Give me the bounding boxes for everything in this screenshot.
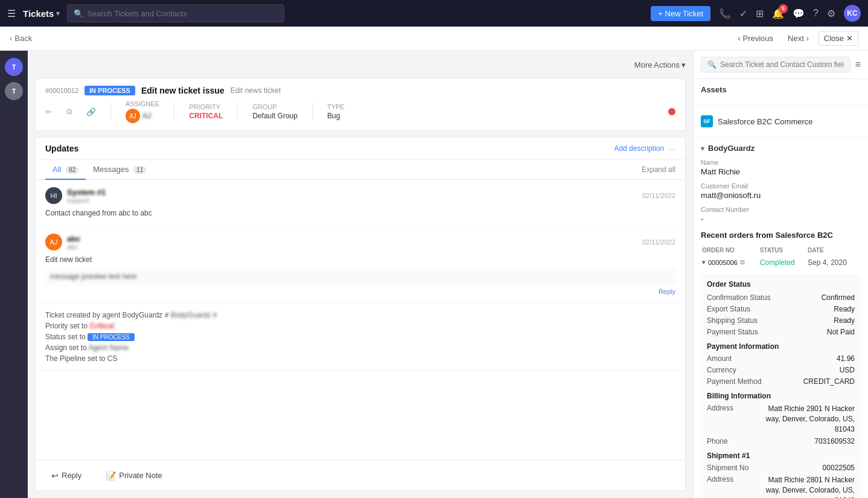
more-options-icon[interactable]: ··· xyxy=(669,144,675,153)
new-ticket-button[interactable]: + New Ticket xyxy=(651,6,710,21)
check-icon[interactable]: ✓ xyxy=(739,8,747,19)
meta-assignee: ASSIGNEE AJ AJ xyxy=(126,100,159,123)
activity-list: HI System #1 support 02/11/2022 Contact … xyxy=(36,180,685,460)
orders-table-header: ORDER NO STATUS DATE xyxy=(702,246,860,256)
order-no-cell: ▾ 00005006 ⧉ xyxy=(702,257,759,268)
sidebar-avatar-2[interactable]: T xyxy=(5,82,23,100)
activity-item: HI System #1 support 02/11/2022 Contact … xyxy=(36,180,685,226)
expand-all-button[interactable]: Expand all xyxy=(642,165,675,174)
updates-header-right: Add description ··· xyxy=(614,144,675,153)
order-chevron-icon: ▾ xyxy=(702,258,706,266)
private-note-icon: 📝 xyxy=(106,471,116,480)
order-date: Sep 4, 2020 xyxy=(808,258,847,267)
hamburger-icon[interactable]: ☰ xyxy=(7,8,16,19)
close-button[interactable]: Close ✕ xyxy=(819,31,858,46)
content-area: More Actions ▾ #00010012 IN PROCESS Edit… xyxy=(28,51,693,498)
tab-all-badge: 82 xyxy=(66,166,78,174)
copy-icon[interactable]: ⧉ xyxy=(66,107,72,117)
top-nav-right: + New Ticket 📞 ✓ ⊞ 🔔 5 💬 ? ⚙ KC xyxy=(651,5,861,22)
meta-divider-4 xyxy=(312,103,313,121)
order-status-cell: Completed xyxy=(760,257,806,268)
link-icon[interactable]: 🔗 xyxy=(86,107,96,117)
payment-method-value: CREDIT_CARD xyxy=(803,377,855,386)
left-sidebar: T T xyxy=(0,51,28,498)
col-order-no: ORDER NO xyxy=(702,246,759,256)
export-status-row: Export Status Ready xyxy=(707,305,855,313)
bodyguardz-header[interactable]: ▾ BodyGuardz xyxy=(701,144,861,153)
grid-icon[interactable]: ⊞ xyxy=(756,8,764,19)
order-link-icon[interactable]: ⧉ xyxy=(740,258,745,266)
app-title[interactable]: Tickets ▾ xyxy=(23,8,60,19)
confirmation-label: Confirmation Status xyxy=(707,293,770,302)
billing-address-value: Matt Richie 2801 N Hacker way, Denver, C… xyxy=(758,404,855,434)
payment-method-row: Payment Method CREDIT_CARD xyxy=(707,377,855,386)
field-group-name: Name Matt Richie xyxy=(701,159,861,176)
salesforce-item[interactable]: SF Salesforce B2C Commerce xyxy=(701,112,861,131)
assets-section: Assets xyxy=(694,79,868,106)
export-value: Ready xyxy=(834,305,855,313)
tabs-row: All 82 Messages 11 Expand all xyxy=(36,160,685,180)
back-button[interactable]: ‹ Back xyxy=(10,34,32,43)
chat-icon[interactable]: 💬 xyxy=(793,8,805,19)
activity-extra: message preview text here xyxy=(45,269,675,284)
ticket-subtitle: Edit news ticket xyxy=(231,86,281,95)
field-label-contact: Contact Number xyxy=(701,206,861,213)
billing-phone-label: Phone xyxy=(707,437,728,445)
right-sidebar-header: 🔍 ≡ xyxy=(694,51,868,79)
reply-link[interactable]: Reply xyxy=(45,287,675,296)
sidebar-avatar-1[interactable]: T xyxy=(5,58,23,76)
add-description-button[interactable]: Add description xyxy=(614,144,664,153)
activity-item-header: HI System #1 support 02/11/2022 xyxy=(45,187,675,204)
shipment-address-row: Address Matt Richie 2801 N Hacker way, D… xyxy=(707,475,855,498)
ticket-meta-row: ✏ ⧉ 🔗 ASSIGNEE AJ AJ PRIORITY CRITICAL xyxy=(45,100,675,123)
more-actions-button[interactable]: More Actions ▾ xyxy=(634,60,686,69)
field-value-contact: - xyxy=(701,214,861,223)
next-button[interactable]: Next › xyxy=(783,31,814,45)
salesforce-icon: SF xyxy=(701,115,713,127)
ticket-creation-block: Ticket created by agent BodyGuardz # Bod… xyxy=(36,304,685,371)
tab-messages[interactable]: Messages 11 xyxy=(86,160,153,180)
custom-fields-icon[interactable]: ≡ xyxy=(855,59,861,70)
field-label-name: Name xyxy=(701,159,861,166)
search-input[interactable] xyxy=(87,9,278,18)
reply-button[interactable]: ↩ Reply xyxy=(45,467,88,484)
currency-row: Currency USD xyxy=(707,366,855,374)
sub-navigation: ‹ Back ‹ Previous Next › Close ✕ xyxy=(0,27,868,51)
recent-orders-title: Recent orders from Salesforce B2C xyxy=(701,231,861,240)
notification-icon[interactable]: 🔔 5 xyxy=(772,8,784,19)
phone-icon[interactable]: 📞 xyxy=(719,8,731,19)
confirmation-value: Confirmed xyxy=(822,293,855,302)
updates-title: Updates xyxy=(45,144,78,153)
user-avatar[interactable]: KC xyxy=(844,5,861,22)
shipping-status-row: Shipping Status Ready xyxy=(707,316,855,325)
export-label: Export Status xyxy=(707,305,750,313)
bodyguardz-section: ▾ BodyGuardz Name Matt Richie Customer E… xyxy=(694,138,868,498)
status-dot xyxy=(668,108,675,115)
updates-header: Updates Add description ··· xyxy=(36,138,685,160)
field-value-name: Matt Richie xyxy=(701,167,861,176)
activity-sub-1: support xyxy=(67,197,106,204)
ticket-dot xyxy=(668,108,675,115)
currency-value: USD xyxy=(840,366,855,374)
tab-all[interactable]: All 82 xyxy=(45,160,86,180)
salesforce-section: SF Salesforce B2C Commerce xyxy=(694,106,868,138)
activity-item: AJ abc abc 02/11/2022 Edit new ticket me… xyxy=(36,226,685,304)
global-search[interactable]: 🔍 xyxy=(67,4,284,22)
meta-group: GROUP Default Group xyxy=(252,103,298,120)
amount-row: Amount 41.96 xyxy=(707,354,855,363)
edit-icon[interactable]: ✏ xyxy=(45,107,52,117)
settings-icon[interactable]: ⚙ xyxy=(827,8,835,19)
salesforce-label: Salesforce B2C Commerce xyxy=(718,117,813,126)
private-note-button[interactable]: 📝 Private Note xyxy=(100,467,168,484)
order-row[interactable]: ▾ 00005006 ⧉ Completed Sep 4, 2020 xyxy=(702,257,860,268)
previous-button[interactable]: ‹ Previous xyxy=(733,31,779,45)
shipment-no-value: 00022505 xyxy=(823,464,855,472)
rs-search-input[interactable] xyxy=(720,60,844,69)
help-icon[interactable]: ? xyxy=(813,8,819,19)
more-actions-chevron-icon: ▾ xyxy=(681,60,686,69)
order-date-cell: Sep 4, 2020 xyxy=(808,257,860,268)
creation-line-pipeline: The Pipeline set to CS xyxy=(45,354,675,363)
ticket-status-badge: IN PROCESS xyxy=(85,86,135,95)
field-label-email: Customer Email xyxy=(701,182,861,190)
rs-search[interactable]: 🔍 xyxy=(701,57,850,72)
